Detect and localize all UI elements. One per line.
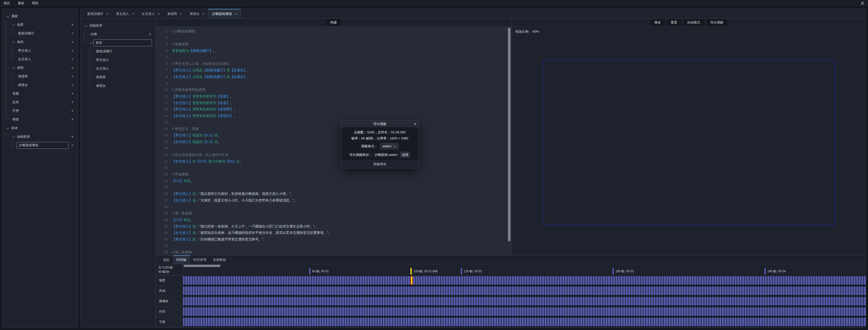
- toolbar-button[interactable]: 重置: [667, 19, 681, 26]
- close-icon[interactable]: ×: [106, 12, 108, 16]
- close-icon[interactable]: ×: [202, 12, 204, 16]
- code-line: 26【男主持人】说："观众朋友们大家好，欢迎收看沙雕新闻。我是主持人小明。"。: [156, 191, 512, 197]
- close-icon[interactable]: ×: [70, 48, 75, 53]
- tree-item[interactable]: 素材: [2, 12, 78, 21]
- tree-item[interactable]: 表情男×: [2, 72, 78, 81]
- menu-item[interactable]: 帮助: [32, 1, 38, 6]
- tree-item[interactable]: 动画剧本: [80, 21, 155, 30]
- stage-area[interactable]: [512, 27, 866, 255]
- add-icon[interactable]: +: [70, 23, 75, 27]
- toolbar-button[interactable]: 自由模式: [683, 19, 704, 26]
- rename-input[interactable]: 剧本: [93, 39, 152, 46]
- close-icon[interactable]: ×: [70, 143, 75, 147]
- menu-item[interactable]: 素材: [18, 1, 24, 6]
- add-icon[interactable]: +: [70, 66, 75, 70]
- tree-item[interactable]: 道具+: [2, 98, 78, 106]
- tree-item[interactable]: 女主持人: [80, 64, 155, 73]
- close-icon[interactable]: ×: [70, 31, 75, 35]
- chevron-down-icon[interactable]: [12, 135, 15, 138]
- close-icon[interactable]: ×: [157, 12, 159, 16]
- toolbar-button[interactable]: 导出视频: [707, 19, 727, 26]
- tree-item[interactable]: 表情女×: [2, 81, 78, 89]
- chevron-down-icon[interactable]: [6, 14, 10, 18]
- tree-item-content: 特效: [12, 117, 70, 122]
- chevron-down-icon[interactable]: [12, 23, 15, 26]
- toolbar-button[interactable]: 播放: [650, 19, 665, 26]
- close-icon[interactable]: ×: [235, 12, 237, 16]
- close-icon[interactable]: ×: [132, 12, 134, 16]
- tab[interactable]: 表情男×: [163, 9, 186, 19]
- script-editor[interactable]: 1// 沙雕新闻播报23// 加载场景4变更场景为【新闻演播厅】。56// 男女…: [156, 27, 512, 255]
- track-frames[interactable]: [183, 317, 866, 327]
- close-icon[interactable]: ×: [180, 12, 182, 16]
- track-frames[interactable]: [183, 286, 866, 296]
- tree-item[interactable]: 女主持人×: [2, 55, 78, 64]
- chevron-down-icon[interactable]: [12, 66, 15, 69]
- menu-item[interactable]: 项目: [4, 1, 10, 6]
- format-select[interactable]: webm: [380, 143, 399, 150]
- close-icon[interactable]: ×: [70, 57, 75, 61]
- track-frames[interactable]: [183, 306, 866, 317]
- timeline-ruler[interactable]: 60 帧, 00:01100 帧, 00:01.666120 帧, 00:021…: [183, 264, 866, 275]
- tab[interactable]: 表情女×: [186, 9, 208, 19]
- choose-path-button[interactable]: 选择: [400, 152, 410, 158]
- ruler-label: 120 帧, 00:02: [464, 269, 482, 273]
- add-icon[interactable]: +: [70, 40, 75, 44]
- stage-canvas[interactable]: [543, 61, 835, 225]
- line-number: 24: [156, 178, 168, 184]
- close-icon[interactable]: ×: [414, 121, 416, 127]
- code-line-text: 【女主持人】缩放到【0.1】倍。: [172, 139, 221, 145]
- user-icon[interactable]: [860, 1, 864, 5]
- close-icon[interactable]: ×: [70, 83, 75, 87]
- add-icon[interactable]: +: [70, 109, 75, 113]
- tree-item[interactable]: 分镜+: [80, 30, 155, 38]
- tree-item[interactable]: 特效+: [2, 115, 78, 124]
- tree-item[interactable]: 音频+: [2, 89, 78, 98]
- track-frames[interactable]: [183, 296, 866, 306]
- start-export-button[interactable]: 开始导出: [341, 160, 418, 168]
- tab[interactable]: 男主持人×: [112, 9, 138, 19]
- playhead-marker[interactable]: 100 帧, 00:01.666: [410, 268, 438, 274]
- tab[interactable]: 对话管理: [190, 255, 210, 264]
- playhead-frame[interactable]: [410, 276, 413, 285]
- code-line-text: // 开始播报: [172, 171, 188, 178]
- tree-item[interactable]: 表情女: [80, 81, 155, 90]
- tree-item[interactable]: 表情男: [80, 73, 155, 81]
- rename-input[interactable]: 沙雕新闻播报: [17, 142, 69, 149]
- tab[interactable]: 新闻演播厅×: [83, 9, 112, 19]
- tab[interactable]: 沙雕新闻播报×: [208, 9, 241, 19]
- main-panel: 新闻演播厅×男主持人×女主持人×表情男×表情女×沙雕新闻播报× 动画剧本分镜+剧…: [80, 9, 866, 328]
- track-frames[interactable]: [183, 275, 866, 286]
- add-icon[interactable]: +: [70, 100, 75, 104]
- tree-item[interactable]: 剧本: [80, 38, 155, 47]
- tree-item[interactable]: 男主持人×: [2, 46, 78, 55]
- timeline-scrollbar[interactable]: [184, 265, 221, 267]
- build-button[interactable]: 构建: [327, 19, 341, 26]
- add-icon[interactable]: +: [147, 32, 153, 36]
- tree-item[interactable]: 动画剧本+: [2, 132, 78, 141]
- editor-scrollbar[interactable]: [508, 28, 510, 241]
- tab[interactable]: 名称映射: [210, 255, 229, 264]
- tree-item[interactable]: 剧本: [2, 124, 78, 132]
- close-icon[interactable]: ×: [70, 74, 75, 78]
- main-body: 动画剧本分镜+剧本新闻演播厅男主持人女主持人表情男表情女 构建 1// 沙雕新闻…: [80, 19, 866, 328]
- tree-item[interactable]: 角色+: [2, 38, 78, 46]
- tree-item[interactable]: 沙雕新闻播报×: [2, 141, 78, 150]
- tab[interactable]: 时间轴: [173, 255, 190, 264]
- chevron-down-icon[interactable]: [12, 40, 15, 43]
- add-icon[interactable]: +: [70, 118, 75, 122]
- chevron-down-icon[interactable]: [90, 41, 93, 44]
- tree-item[interactable]: 男主持人: [80, 56, 155, 64]
- add-icon[interactable]: +: [70, 92, 75, 96]
- tree-item[interactable]: 新闻演播厅: [80, 47, 155, 56]
- code-line-text: 【女主持人】变更角色姿势为【坐姿】。: [172, 100, 234, 106]
- tree-item[interactable]: 新闻演播厅×: [2, 29, 78, 38]
- tree-item[interactable]: 手势+: [2, 106, 78, 115]
- tree-item[interactable]: 表情+: [2, 64, 78, 72]
- chevron-down-icon[interactable]: [6, 126, 10, 129]
- tree-item[interactable]: 场景+: [2, 21, 78, 29]
- tab[interactable]: 信息: [160, 255, 173, 264]
- chevron-down-icon[interactable]: [84, 24, 88, 27]
- tab[interactable]: 女主持人×: [138, 9, 163, 19]
- add-icon[interactable]: +: [70, 135, 75, 139]
